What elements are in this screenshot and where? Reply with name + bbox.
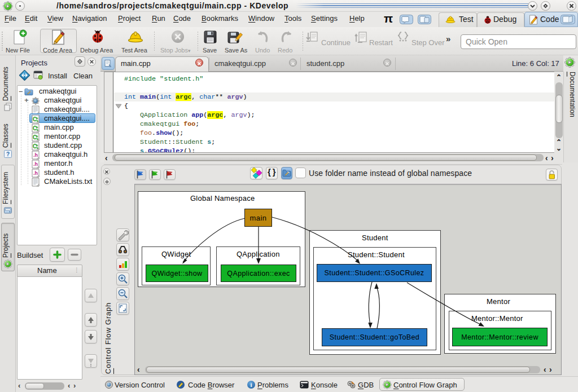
svg-text:?: ? — [6, 151, 10, 157]
svg-text:C: C — [33, 125, 37, 131]
svg-text:C: C — [33, 134, 37, 140]
svg-text:i: i — [250, 381, 252, 388]
svg-text:.h: .h — [33, 152, 38, 158]
svg-text:.h: .h — [33, 161, 38, 167]
svg-text:C: C — [33, 116, 37, 122]
svg-text:C: C — [33, 143, 37, 149]
svg-text:.h: .h — [33, 170, 38, 176]
